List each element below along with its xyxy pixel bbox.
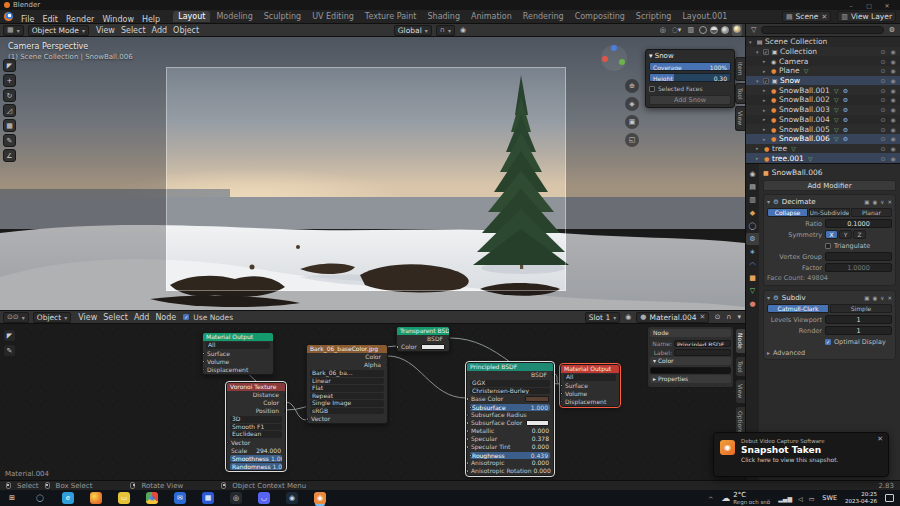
overlays-toggle-icon[interactable]: ◌▾ (671, 26, 683, 34)
annotate-tool-icon[interactable]: ✎ (3, 344, 16, 357)
editor-type-button[interactable]: ⊙⊙▾ (3, 312, 29, 323)
outliner-search-input[interactable] (761, 26, 883, 34)
vertex-group-field[interactable] (825, 252, 892, 261)
node-row[interactable]: GGX (470, 380, 550, 387)
optimal-display-checkbox[interactable]: ✓ (825, 339, 831, 345)
taskbar-app-icon[interactable]: ◉ (286, 492, 298, 504)
node-row[interactable]: Surface (203, 350, 273, 358)
disable-render-icon[interactable]: ◉ (889, 145, 897, 152)
expand-caret[interactable]: ▾ (767, 294, 770, 301)
node-row[interactable]: Displacement (203, 366, 273, 374)
properties-tab-icon[interactable]: ◉ (746, 168, 759, 180)
input-socket[interactable] (467, 429, 469, 433)
proportional-edit-icon[interactable]: ◉ (459, 26, 467, 34)
shader-menu[interactable]: View (75, 313, 100, 322)
node-row[interactable]: Anisotropic Rotation0.000 (467, 467, 553, 475)
node-label-field[interactable] (674, 349, 731, 356)
display-viewport-icon[interactable]: ▣ (864, 199, 869, 205)
display-render-icon[interactable]: ◉ (873, 199, 878, 205)
tray-icon[interactable]: ◁ (798, 495, 803, 502)
taskbar-app-icon[interactable]: e (62, 492, 74, 504)
input-socket[interactable] (467, 413, 469, 417)
expand-caret[interactable]: ▾ (767, 198, 770, 205)
input-socket[interactable] (561, 392, 563, 396)
taskbar-app-icon[interactable]: ▭ (118, 492, 130, 504)
workspace-tab[interactable]: UV Editing (307, 11, 359, 22)
hide-viewport-icon[interactable]: ⊙ (879, 116, 887, 123)
input-socket[interactable] (203, 368, 205, 372)
workspace-tab[interactable]: Layout.001 (677, 11, 732, 22)
delete-modifier-icon[interactable]: ✕ (887, 295, 892, 301)
outliner-row[interactable]: ▸ ✓ ● tree.001 ▽ ⊙ ◉ (746, 153, 900, 163)
filter-icon[interactable]: ▽ (750, 26, 757, 34)
language-indicator[interactable]: SWE (822, 494, 837, 502)
outliner-row[interactable]: ▾ ✓ ▤ Scene Collection ⊙ ◉ (746, 37, 900, 47)
notification-center-icon[interactable] (885, 494, 894, 502)
xray-toggle-icon[interactable]: ▥ (686, 26, 695, 34)
snap-toggle[interactable]: ∩▾ (436, 25, 455, 36)
viewlayer-selector[interactable]: ▥View Layer (837, 11, 896, 22)
tray-icon[interactable]: ▂▄▆ (778, 495, 792, 502)
workspace-tab[interactable]: Sculpting (259, 11, 306, 22)
input-socket[interactable] (470, 406, 472, 410)
input-socket[interactable] (467, 397, 469, 401)
toast-body[interactable]: Click here to view this snapshot. (741, 456, 838, 463)
properties-section-header[interactable]: ▸ Properties (650, 375, 731, 383)
scene-selector[interactable]: ▤Scene✕ (782, 11, 831, 22)
taskbar-app-icon[interactable]: ◎ (230, 492, 242, 504)
node-color-swatch[interactable] (650, 367, 731, 374)
viewport-menu[interactable]: Add (149, 26, 171, 35)
node-row[interactable]: Subsurface Radius (467, 411, 553, 419)
taskbar-app-icon[interactable]: ◉ (314, 492, 326, 504)
properties-tab-icon[interactable]: ■ (746, 272, 759, 284)
viewport-tool-icon[interactable]: ∠ (3, 149, 16, 162)
properties-tab-icon[interactable]: ◠ (746, 259, 759, 271)
use-nodes-checkbox[interactable]: ✓ (183, 314, 189, 320)
shader-sidebar-tab[interactable]: Tool (735, 356, 745, 378)
node-row[interactable]: Scale294.000 (227, 447, 285, 455)
input-socket[interactable] (203, 352, 205, 356)
disable-render-icon[interactable]: ◉ (889, 155, 897, 162)
node-row[interactable]: Alpha (307, 361, 387, 369)
shader-type-selector[interactable]: Object▾ (33, 312, 71, 323)
viewport-sidebar-tab[interactable]: View (735, 106, 745, 130)
node-row[interactable]: Metallic0.000 (467, 427, 553, 435)
material-output-node-2[interactable]: Material Output AllSurfaceVolumeDisplace… (560, 364, 620, 407)
viewport-nav-icon[interactable]: ◱ (625, 133, 639, 147)
solid-shading-icon[interactable] (710, 26, 718, 34)
properties-tab-icon[interactable]: ∗ (746, 246, 759, 258)
input-socket[interactable] (467, 437, 469, 441)
maximize-button[interactable]: □ (860, 2, 878, 9)
viewport-tool-icon[interactable]: + (3, 74, 16, 87)
hide-viewport-icon[interactable]: ⊙ (879, 77, 887, 84)
node-row[interactable]: Surface (561, 382, 619, 390)
node-row[interactable]: Smooth F1 (230, 424, 282, 431)
node-row[interactable]: BSDF (467, 371, 553, 379)
properties-tab-icon[interactable]: ▥ (746, 194, 759, 206)
principled-bsdf-node[interactable]: Principled BSDF BSDFGGXChristensen-Burle… (466, 362, 554, 476)
subdiv-type-tab[interactable]: Catmull-Clark (767, 304, 829, 313)
workspace-tab[interactable]: Layout (173, 11, 210, 22)
hide-viewport-icon[interactable]: ⊙ (879, 135, 887, 142)
node-row[interactable]: Vector (227, 439, 285, 447)
node-row[interactable]: Flat (310, 385, 384, 392)
output-socket[interactable] (386, 363, 388, 367)
workspace-tab[interactable]: Shading (422, 11, 465, 22)
shader-menu[interactable]: Add (131, 313, 153, 322)
disable-render-icon[interactable]: ◉ (889, 106, 897, 113)
input-socket[interactable] (307, 417, 309, 421)
viewport-tool-icon[interactable]: ◤ (3, 59, 16, 72)
unlink-icon[interactable]: ✕ (821, 13, 827, 21)
viewport-menu[interactable]: Select (118, 26, 149, 35)
hide-viewport-icon[interactable]: ⊙ (879, 106, 887, 113)
outliner-row[interactable]: ▸ ✓ ● SnowBall.003 ▽ ⚙ ⊙ ◉ (746, 105, 900, 115)
viewport-nav-icon[interactable]: ◈ (625, 97, 639, 111)
symmetry-axis-button[interactable]: X (825, 230, 838, 239)
selected-faces-checkbox[interactable] (649, 86, 655, 92)
tray-icon[interactable]: ▭ (809, 495, 815, 502)
ratio-field[interactable]: 0.1000 (825, 219, 892, 228)
decimate-mode-tab[interactable]: Un-Subdivide (809, 208, 850, 217)
editor-type-button[interactable]: ▦▾ (3, 25, 24, 36)
output-socket[interactable] (552, 373, 554, 377)
topbar-menu[interactable]: Help (138, 15, 164, 24)
